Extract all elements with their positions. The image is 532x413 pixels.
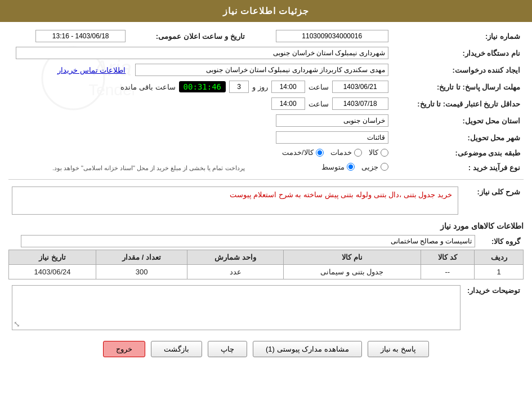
kalaha-title: اطلاعات کالاهای مورد نیاز [8,221,524,230]
sharh-value: خرید جدول بتنی ،دال بتنی ولوله بتنی پیش … [8,184,462,217]
shahr-label: شهر محل تحویل: [392,129,524,146]
col-radif: ردیف [475,250,524,265]
shomareNiaz-input[interactable] [276,30,388,42]
tabaghebandi-value: کالا خدمات کالا/خدمت [8,146,392,161]
col-date: تاریخ نیاز [9,250,96,265]
noeFarayand-value: جزیی متوسط [248,161,392,175]
radio-khadamat-label: خدمات [330,148,352,157]
table-row: 1--جدول بتنی و سیمانیعدد3001403/06/24 [9,265,524,279]
resize-icon: ⤡ [14,319,20,328]
radio-kala-khadamat[interactable] [316,149,324,157]
bazgasht-button[interactable]: بازگشت [151,341,202,357]
table-cell: -- [421,265,475,279]
sharh-label: شرح کلی نیاز: [462,184,524,217]
tabaghebandi-label: طبقه بندی موضوعی: [392,146,524,161]
ettelaatTamas-cell: اطلاعات تماس خریدار [8,61,129,78]
bottom-buttons: پاسخ به نیاز مشاهده مدارک پیوستی (1) چاپ… [8,332,524,363]
col-name: نام کالا [284,250,421,265]
countdown-value: 00:31:46 [179,81,226,92]
tozihaat-value: ⤡ [8,283,464,332]
radio-kala-khadamat-label: کالا/خدمت [282,148,314,157]
radio-kala[interactable] [381,149,388,157]
radio-motavasset-item[interactable]: متوسط [321,163,355,171]
namDastgah-value [8,45,392,61]
radio-khadamat-item[interactable]: خدمات [330,148,362,157]
tozihaat-box: ⤡ [12,285,461,330]
col-unit: واحد شمارش [187,250,284,265]
table-cell: جدول بتنی و سیمانی [284,265,421,279]
radio-motavasset[interactable] [347,163,355,171]
col-qty: تعداد / مقدار [96,250,187,265]
tozihaat-label: توضیحات خریدار: [464,283,524,332]
main-info-table: شماره نیاز: تاریخ و ساعت اعلان عمومی: نا… [8,28,524,175]
countdown-label: ساعت باقی مانده [120,83,175,91]
page-title: جزئیات اطلاعات نیاز [223,6,310,16]
group-value [8,233,479,250]
sharh-box: خرید جدول بتنی ،دال بتنی ولوله بتنی پیش … [12,186,458,215]
mohlat-row: ساعت روز و 00:31:46 ساعت باقی مانده [8,78,392,95]
shomareNiaz-label: شماره نیاز: [392,28,524,45]
pasakh-button[interactable]: پاسخ به نیاز [368,341,429,357]
page-wrapper: جزئیات اطلاعات نیاز Aria Tender شماره نی… [0,0,532,413]
radio-jozii-label: جزیی [361,163,378,171]
khoroj-button[interactable]: خروج [103,341,145,357]
namDastgah-input[interactable] [16,47,388,59]
ostan-label: استان محل تحویل: [392,112,524,129]
mohlat-saat-input[interactable] [271,81,305,93]
tarikhAlan-input[interactable] [35,30,126,42]
radio-kala-khadamat-item[interactable]: کالا/خدمت [282,148,324,157]
ijadKonande-label: ایجاد کننده درخواست: [392,61,524,78]
noeFarayand-label: نوع فرآیند خرید : [392,161,524,175]
radio-jozii-item[interactable]: جزیی [361,163,388,171]
sharh-text: خرید جدول بتنی ،دال بتنی ولوله بتنی پیش … [230,190,452,199]
group-input[interactable] [21,235,475,247]
kalaha-table: ردیف کد کالا نام کالا واحد شمارش تعداد /… [8,250,524,279]
hadaqal-row: ساعت [8,95,392,112]
payment-note-cell: پرداخت تمام یا بخشی از مبلغ خرید از محل … [8,161,248,175]
ostan-input[interactable] [276,114,388,127]
table-cell: 1403/06/24 [9,265,96,279]
table-cell: عدد [187,265,284,279]
shomareNiaz-value [248,28,392,45]
tarikhAlan-label: تاریخ و ساعت اعلان عمومی: [129,28,248,45]
ostan-value [8,112,392,129]
shahr-value [8,129,392,146]
ettelaatTamas-link[interactable]: اطلاعات تماس خریدار [57,66,126,74]
tarikhAlan-value [8,28,129,45]
mohlat-roz-input[interactable] [229,81,249,93]
mohlat-date-input[interactable] [332,81,388,93]
mohlat-saat-label: ساعت [309,83,329,91]
hadaqal-date-input[interactable] [332,97,388,110]
moshahede-button[interactable]: مشاهده مدارک پیوستی (1) [253,341,362,357]
radio-motavasset-label: متوسط [321,163,345,171]
mohlat-label: مهلت ارسال پاسخ: تا تاریخ: [392,78,524,95]
table-cell: 300 [96,265,187,279]
ijadKonande-value [129,61,392,78]
table-cell: 1 [475,265,524,279]
mohlat-roz-label: روز و [252,83,268,91]
radio-khadamat[interactable] [354,149,362,157]
radio-kala-label: کالا [369,148,378,157]
namDastgah-label: نام دستگاه خریدار: [392,45,524,61]
radio-jozii[interactable] [381,163,388,171]
shahr-input[interactable] [276,131,388,144]
radio-kala-item[interactable]: کالا [369,148,388,157]
hadaqal-label: حداقل تاریخ اعتبار قیمت: تا تاریخ: [392,95,524,112]
chap-button[interactable]: چاپ [208,341,247,357]
payment-note: پرداخت تمام یا بخشی از مبلغ خرید از محل … [52,165,245,171]
ijadKonande-input[interactable] [135,64,388,76]
hadaqal-saat-label: ساعت [309,100,329,108]
col-kod: کد کالا [421,250,475,265]
group-label: گروه کالا: [479,233,524,250]
content-area: Aria Tender شماره نیاز: تاریخ و ساعت اعل… [0,22,532,368]
hadaqal-saat-input[interactable] [271,97,305,110]
page-header: جزئیات اطلاعات نیاز [0,0,532,22]
